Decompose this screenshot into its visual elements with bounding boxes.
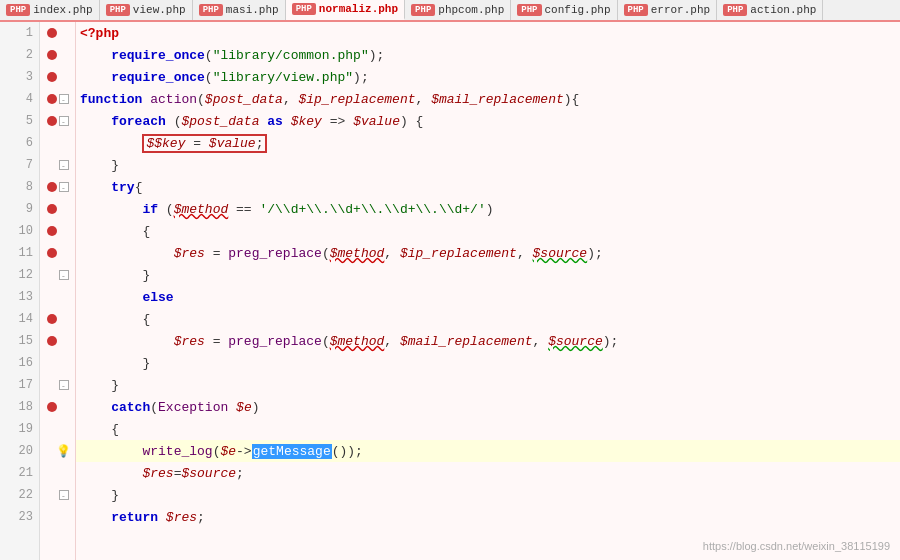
code-text-10: {	[80, 224, 150, 239]
ctrl-13	[40, 286, 75, 308]
lightbulb-icon-20[interactable]: 💡	[56, 444, 71, 459]
line-num-13: 13	[0, 286, 39, 308]
line-numbers: 1 2 3 4 5 6 7 8 9 10 11 12 13 14 15 16 1…	[0, 22, 40, 560]
breakpoint-6[interactable]	[47, 138, 57, 148]
line-num-8: 8	[0, 176, 39, 198]
code-text-6: $$key = $value;	[80, 136, 267, 151]
code-text-15: $res = preg_replace($method, $mail_repla…	[80, 334, 618, 349]
tab-label-error: error.php	[651, 4, 710, 16]
code-line-20: write_log($e->getMessage());	[76, 440, 900, 462]
code-line-7: }	[76, 154, 900, 176]
ctrl-19	[40, 418, 75, 440]
breakpoint-11[interactable]	[47, 248, 57, 258]
code-text-17: }	[80, 378, 119, 393]
ctrl-11	[40, 242, 75, 264]
ctrl-7: -	[40, 154, 75, 176]
breakpoint-9[interactable]	[47, 204, 57, 214]
code-line-2: require_once("library/common.php");	[76, 44, 900, 66]
tab-view[interactable]: PHP view.php	[100, 0, 193, 20]
tab-label-action: action.php	[750, 4, 816, 16]
fold-4[interactable]: -	[59, 94, 69, 104]
line-num-10: 10	[0, 220, 39, 242]
code-tag-1: <?php	[80, 26, 119, 41]
breakpoint-18[interactable]	[47, 402, 57, 412]
code-text-20: write_log($e->getMessage());	[80, 444, 363, 459]
tab-badge-action: PHP	[723, 4, 747, 16]
code-text-18: catch(Exception $e)	[80, 400, 260, 415]
tab-badge-normaliz: PHP	[292, 3, 316, 15]
code-line-23: return $res;	[76, 506, 900, 528]
fold-5[interactable]: -	[59, 116, 69, 126]
breakpoint-13[interactable]	[47, 292, 57, 302]
breakpoint-15[interactable]	[47, 336, 57, 346]
line-num-6: 6	[0, 132, 39, 154]
code-text-12: }	[80, 268, 150, 283]
code-text-7: }	[80, 158, 119, 173]
code-text-16: }	[80, 356, 150, 371]
code-line-15: $res = preg_replace($method, $mail_repla…	[76, 330, 900, 352]
breakpoint-4[interactable]	[47, 94, 57, 104]
fold-17[interactable]: -	[59, 380, 69, 390]
breakpoint-8[interactable]	[47, 182, 57, 192]
breakpoint-5[interactable]	[47, 116, 57, 126]
ctrl-3	[40, 66, 75, 88]
breakpoint-7[interactable]	[47, 160, 57, 170]
tab-masi[interactable]: PHP masi.php	[193, 0, 286, 20]
tab-action[interactable]: PHP action.php	[717, 0, 823, 20]
breakpoint-22[interactable]	[47, 490, 57, 500]
ctrl-20: 💡	[40, 440, 75, 462]
tab-error[interactable]: PHP error.php	[618, 0, 718, 20]
breakpoint-10[interactable]	[47, 226, 57, 236]
tab-config[interactable]: PHP config.php	[511, 0, 617, 20]
breakpoint-20[interactable]	[44, 446, 54, 456]
ctrl-15	[40, 330, 75, 352]
tab-badge-error: PHP	[624, 4, 648, 16]
breakpoint-12[interactable]	[47, 270, 57, 280]
breakpoint-23[interactable]	[47, 512, 57, 522]
line-num-17: 17	[0, 374, 39, 396]
tab-badge-view: PHP	[106, 4, 130, 16]
fold-8[interactable]: -	[59, 182, 69, 192]
ctrl-22: -	[40, 484, 75, 506]
breakpoint-2[interactable]	[47, 50, 57, 60]
code-text-3: require_once("library/view.php");	[80, 70, 369, 85]
tab-badge-config: PHP	[517, 4, 541, 16]
line-num-14: 14	[0, 308, 39, 330]
code-line-21: $res=$source;	[76, 462, 900, 484]
tab-index[interactable]: PHP index.php	[0, 0, 100, 20]
code-text-19: {	[80, 422, 119, 437]
breakpoint-21[interactable]	[47, 468, 57, 478]
ctrl-21	[40, 462, 75, 484]
breakpoint-19[interactable]	[47, 424, 57, 434]
breakpoint-16[interactable]	[47, 358, 57, 368]
line-num-1: 1	[0, 22, 39, 44]
tab-badge-index: PHP	[6, 4, 30, 16]
fold-7[interactable]: -	[59, 160, 69, 170]
ctrl-14	[40, 308, 75, 330]
ctrl-8: -	[40, 176, 75, 198]
line-num-5: 5	[0, 110, 39, 132]
code-text-14: {	[80, 312, 150, 327]
code-line-10: {	[76, 220, 900, 242]
breakpoint-17[interactable]	[47, 380, 57, 390]
ctrl-23	[40, 506, 75, 528]
code-line-1: <?php	[76, 22, 900, 44]
line-num-7: 7	[0, 154, 39, 176]
ctrl-1	[40, 22, 75, 44]
breakpoint-1[interactable]	[47, 28, 57, 38]
breakpoint-3[interactable]	[47, 72, 57, 82]
code-line-6: $$key = $value;	[76, 132, 900, 154]
ctrl-18	[40, 396, 75, 418]
code-text-22: }	[80, 488, 119, 503]
code-line-9: if ($method == '/\\d+\\.\\d+\\.\\d+\\.\\…	[76, 198, 900, 220]
tab-normaliz[interactable]: PHP normaliz.php	[286, 0, 405, 20]
breakpoint-14[interactable]	[47, 314, 57, 324]
code-line-5: foreach ($post_data as $key => $value) {	[76, 110, 900, 132]
fold-12[interactable]: -	[59, 270, 69, 280]
tab-phpcom[interactable]: PHP phpcom.php	[405, 0, 511, 20]
code-text-11: $res = preg_replace($method, $ip_replace…	[80, 246, 603, 261]
line-num-11: 11	[0, 242, 39, 264]
fold-22[interactable]: -	[59, 490, 69, 500]
code-line-19: {	[76, 418, 900, 440]
ctrl-9	[40, 198, 75, 220]
